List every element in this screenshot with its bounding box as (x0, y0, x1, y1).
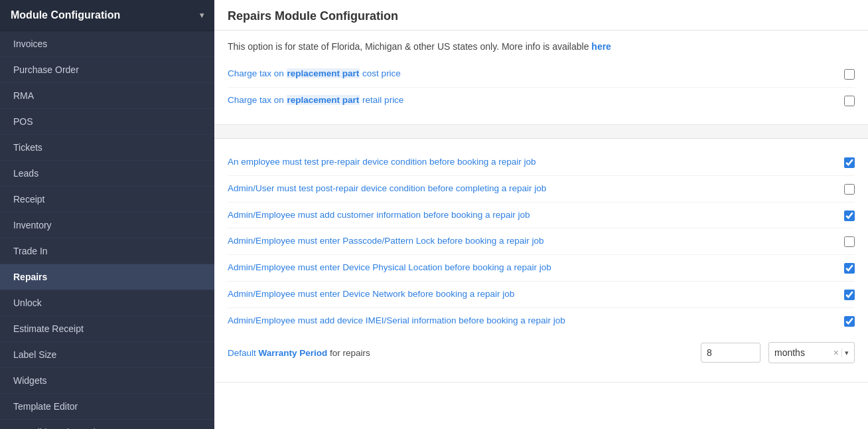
tax-label-charge-tax-retail: Charge tax on replacement part retail pr… (228, 94, 836, 107)
sidebar-item-pos[interactable]: POS (0, 109, 214, 135)
tax-row-charge-tax-cost: Charge tax on replacement part cost pric… (228, 61, 855, 88)
tax-row-charge-tax-retail: Charge tax on replacement part retail pr… (228, 88, 855, 114)
config-label-device-network: Admin/Employee must enter Device Network… (228, 288, 836, 301)
sidebar-item-inventory[interactable]: Inventory (0, 213, 214, 238)
tax-rows: Charge tax on replacement part cost pric… (228, 61, 855, 114)
sidebar-item-invoices[interactable]: Invoices (0, 31, 214, 57)
config-row-physical-location: Admin/Employee must enter Device Physica… (228, 255, 855, 282)
config-row-post-repair-test: Admin/User must test post-repair device … (228, 176, 855, 203)
config-label-imei-serial: Admin/Employee must add device IMEI/Seri… (228, 315, 836, 327)
tax-label-charge-tax-cost: Charge tax on replacement part cost pric… (228, 68, 836, 80)
config-label-pre-repair-test: An employee must test pre-repair device … (228, 156, 836, 169)
config-row-customer-info: Admin/Employee must add customer informa… (228, 203, 855, 229)
checkbox-customer-info[interactable] (844, 211, 855, 221)
section-divider (214, 125, 868, 139)
sidebar-title: Module Configuration (11, 9, 120, 21)
main-content: Repairs Module Configuration This option… (214, 0, 868, 429)
sidebar-item-receipt[interactable]: Receipt (0, 187, 214, 213)
sidebar-item-purchase-order[interactable]: Purchase Order (0, 57, 214, 83)
config-row-pre-repair-test: An employee must test pre-repair device … (228, 149, 855, 176)
config-row-device-network: Admin/Employee must enter Device Network… (228, 282, 855, 308)
sidebar-nav: InvoicesPurchase OrderRMAPOSTicketsLeads… (0, 31, 214, 429)
warranty-row: Default Warranty Period for repairs mont… (228, 334, 855, 371)
config-row-imei-serial: Admin/Employee must add device IMEI/Seri… (228, 308, 855, 334)
warranty-unit-arrow[interactable]: ▾ (841, 349, 851, 357)
checkbox-physical-location[interactable] (844, 263, 855, 274)
sidebar-item-tickets[interactable]: Tickets (0, 135, 214, 161)
checkbox-device-network[interactable] (844, 290, 855, 300)
sidebar-item-leads[interactable]: Leads (0, 161, 214, 187)
page-title: Repairs Module Configuration (214, 0, 868, 31)
tax-section: This option is for state of Florida, Mic… (214, 31, 868, 125)
config-label-passcode: Admin/Employee must enter Passcode/Patte… (228, 235, 836, 248)
state-notice-link[interactable]: here (591, 41, 611, 52)
config-row-passcode: Admin/Employee must enter Passcode/Patte… (228, 228, 855, 255)
sidebar-item-label-size[interactable]: Label Size (0, 342, 214, 368)
checkbox-charge-tax-cost[interactable] (844, 69, 855, 80)
sidebar-item-trade-in[interactable]: Trade In (0, 238, 214, 264)
warranty-label: Default Warranty Period for repairs (228, 348, 693, 358)
config-section: An employee must test pre-repair device … (214, 139, 868, 383)
state-notice-text: This option is for state of Florida, Mic… (228, 41, 591, 52)
checkbox-pre-repair-test[interactable] (844, 157, 855, 168)
sidebar-item-template-editor[interactable]: Template Editor (0, 394, 214, 420)
warranty-unit-value: months (772, 347, 831, 358)
sidebar-chevron-icon[interactable]: ▾ (200, 11, 204, 20)
state-notice: This option is for state of Florida, Mic… (228, 41, 855, 52)
sidebar-item-unlock[interactable]: Unlock (0, 290, 214, 316)
warranty-label-rest: for repairs (327, 348, 370, 358)
sidebar-item-how-did-you-hear[interactable]: How did you hear about us (0, 420, 214, 429)
warranty-label-highlight: Warranty Period (259, 348, 328, 358)
sidebar-item-estimate-receipt[interactable]: Estimate Receipt (0, 316, 214, 342)
warranty-unit-clear[interactable]: × (831, 347, 841, 358)
sidebar-item-repairs[interactable]: Repairs (0, 264, 214, 290)
checkbox-post-repair-test[interactable] (844, 184, 855, 195)
config-rows: An employee must test pre-repair device … (228, 149, 855, 334)
sidebar: Module Configuration ▾ InvoicesPurchase … (0, 0, 214, 429)
warranty-label-blue: Default (228, 348, 259, 358)
sidebar-item-rma[interactable]: RMA (0, 83, 214, 109)
config-label-customer-info: Admin/Employee must add customer informa… (228, 209, 836, 222)
config-label-physical-location: Admin/Employee must enter Device Physica… (228, 262, 836, 274)
checkbox-charge-tax-retail[interactable] (844, 96, 855, 106)
checkbox-passcode[interactable] (844, 236, 855, 247)
warranty-unit-select[interactable]: months × ▾ (768, 342, 855, 363)
config-label-post-repair-test: Admin/User must test post-repair device … (228, 183, 836, 195)
sidebar-item-widgets[interactable]: Widgets (0, 368, 214, 394)
sidebar-header: Module Configuration ▾ (0, 0, 214, 31)
warranty-value-input[interactable] (701, 343, 760, 363)
checkbox-imei-serial[interactable] (844, 316, 855, 327)
